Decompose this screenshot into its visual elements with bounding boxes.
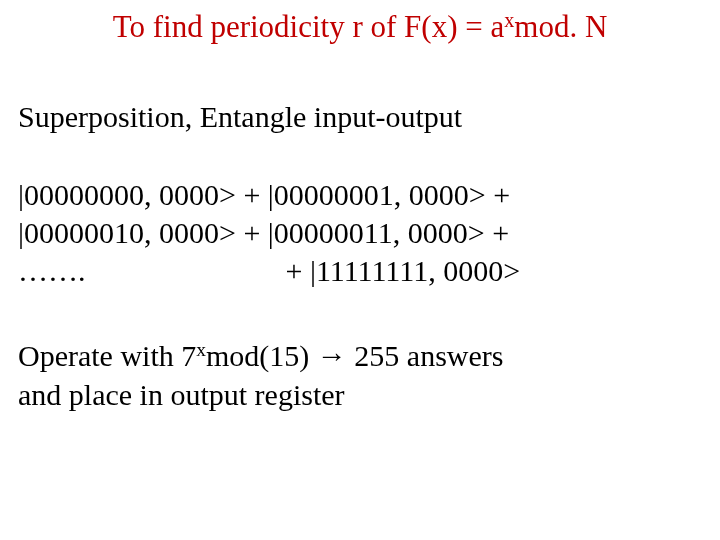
subtitle: Superposition, Entangle input-output [18,100,708,135]
ket-line-2: |00000010, 0000> + |00000011, 0000> + [18,216,708,251]
op-text-b: mod(15) [206,339,317,372]
operate-line-2: and place in output register [18,378,708,413]
op-text-c: 255 answers [347,339,504,372]
op-text-a: Operate with 7 [18,339,196,372]
ket-ellipsis: ……. [18,254,278,289]
slide: To find periodicity r of F(x) = axmod. N… [0,0,720,540]
title-text-post: mod. N [514,9,607,44]
title-exponent: x [504,9,514,31]
ket-line-3: ……. + |11111111, 0000> [18,254,708,289]
op-exponent: x [196,339,206,360]
arrow-icon: → [317,339,347,372]
ket-final: + |11111111, 0000> [286,254,521,287]
ket-line-1: |00000000, 0000> + |00000001, 0000> + [18,178,708,213]
operate-line-1: Operate with 7xmod(15) → 255 answers [18,338,708,374]
title-text-pre: To find periodicity r of F(x) = a [113,9,505,44]
slide-title: To find periodicity r of F(x) = axmod. N [0,8,720,45]
